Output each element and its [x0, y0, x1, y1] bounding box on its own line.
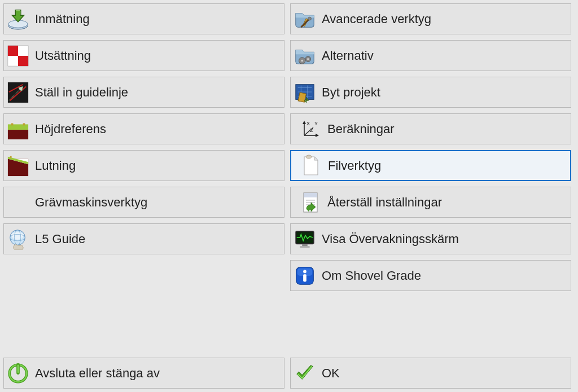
menu-item-hojdreferens[interactable]: Höjdreferens [3, 113, 284, 144]
blueprint-icon [294, 81, 316, 104]
menu-item-label: Återställ inställningar [327, 195, 442, 210]
menu-item-label: Inmätning [35, 12, 90, 27]
menu-item-label: Beräkningar [327, 122, 395, 136]
svg-rect-43 [304, 193, 317, 197]
svg-rect-10 [11, 123, 14, 125]
checkmark-icon [294, 362, 316, 385]
menu-item-label: Utsättning [35, 49, 91, 63]
menu-item-avancerade[interactable]: Avancerade verktyg [290, 3, 571, 34]
right-column: Avancerade verktyg Alternativ [290, 3, 571, 291]
exit-button[interactable]: Avsluta eller stänga av [3, 358, 284, 389]
svg-point-21 [308, 17, 312, 20]
menu-item-bytprojekt[interactable]: Byt projekt [290, 77, 571, 108]
svg-point-41 [306, 155, 312, 158]
slope-icon [7, 155, 29, 177]
menu-item-inmatning[interactable]: Inmätning [3, 3, 284, 34]
menu-item-aterstall[interactable]: Återställ inställningar [290, 187, 571, 218]
svg-rect-8 [8, 129, 28, 139]
svg-point-23 [301, 59, 303, 61]
svg-rect-15 [10, 156, 12, 157]
svg-rect-50 [300, 246, 309, 248]
menu-item-berakningar[interactable]: X Y Z Beräkningar [290, 113, 571, 144]
menu-item-filverktyg[interactable]: Filverktyg [290, 150, 571, 181]
svg-text:X: X [306, 121, 310, 126]
menu-item-label: Avancerade verktyg [322, 12, 431, 27]
menu-item-label: Visa Övervakningsskärm [322, 232, 459, 246]
power-icon [7, 362, 29, 385]
menu-item-l5guide[interactable]: L5 Guide [3, 223, 284, 254]
info-icon [294, 265, 316, 287]
menu-item-om[interactable]: Om Shovel Grade [290, 260, 571, 291]
folder-tools-icon [294, 8, 316, 30]
menu-item-gravmaskin[interactable]: Grävmaskinsverktyg [3, 187, 284, 218]
menu-item-lutning[interactable]: Lutning [3, 150, 284, 181]
menu-item-guidelinje[interactable]: Ställ in guidelinje [3, 77, 284, 108]
menu-item-label: Om Shovel Grade [322, 268, 421, 283]
svg-rect-54 [303, 274, 306, 281]
menu-item-label: Filverktyg [328, 158, 381, 173]
svg-point-53 [303, 270, 306, 273]
menu-item-overvak[interactable]: Visa Övervakningsskärm [290, 223, 571, 254]
menu-item-label: Grävmaskinsverktyg [35, 195, 147, 210]
menu-item-utsattning[interactable]: Utsättning [3, 40, 284, 71]
svg-rect-11 [23, 123, 25, 125]
ok-button[interactable]: OK [290, 358, 571, 389]
red-squares-icon [7, 45, 29, 67]
height-ref-icon [7, 118, 29, 140]
svg-text:Y: Y [314, 121, 318, 126]
globe-icon [7, 228, 29, 250]
left-column: Inmätning Utsättning Stäl [3, 3, 284, 291]
svg-marker-35 [303, 121, 306, 124]
folder-gears-icon [294, 45, 316, 67]
menu-item-label: L5 Guide [35, 232, 85, 246]
svg-rect-9 [8, 124, 28, 130]
axes-icon: X Y Z [299, 118, 322, 140]
svg-rect-3 [8, 45, 18, 55]
file-icon [300, 155, 322, 177]
exit-button-label: Avsluta eller stänga av [35, 366, 160, 381]
svg-point-25 [307, 58, 309, 60]
menu-item-alternativ[interactable]: Alternativ [290, 40, 571, 71]
menu-item-label: Lutning [35, 158, 76, 173]
svg-rect-4 [18, 56, 28, 66]
menu-item-label: Alternativ [322, 49, 374, 63]
empty-icon [7, 191, 29, 214]
menu-item-label: Byt projekt [322, 85, 380, 100]
ok-button-label: OK [322, 366, 340, 381]
monitor-icon [294, 228, 316, 250]
restore-page-icon [299, 191, 322, 214]
svg-text:Z: Z [310, 127, 313, 133]
guideline-arrow-icon [7, 81, 29, 104]
svg-marker-36 [316, 134, 319, 137]
svg-rect-49 [302, 244, 308, 246]
menu-item-label: Höjdreferens [35, 122, 106, 136]
bottom-row: Avsluta eller stänga av OK [0, 354, 575, 392]
download-disk-icon [7, 8, 29, 30]
menu-item-label: Ställ in guidelinje [35, 85, 128, 100]
